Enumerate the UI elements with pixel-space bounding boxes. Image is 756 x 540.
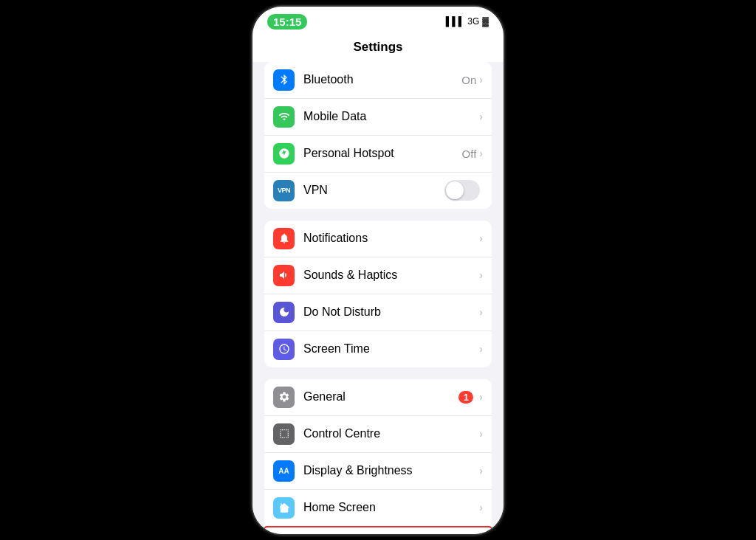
mobile-data-label: Mobile Data [303,110,479,123]
control-centre-row[interactable]: Control Centre › [264,416,492,453]
mobile-data-right: › [479,111,483,122]
vpn-row[interactable]: VPN VPN [264,173,492,209]
control-centre-chevron: › [479,428,483,440]
dnd-chevron: › [479,306,483,318]
status-time: 15:15 [267,14,307,30]
personal-hotspot-right: Off › [462,148,483,160]
vpn-icon: VPN [273,180,295,201]
sounds-right: › [479,269,483,281]
display-brightness-icon: AA [273,460,295,482]
battery-icon: ▓ [482,16,489,27]
display-brightness-row[interactable]: AA Display & Brightness › [264,453,492,490]
notifications-right: › [479,232,483,244]
bluetooth-row[interactable]: Bluetooth On › [264,62,492,99]
phone-frame: 15:15 ▌▌▌ 3G ▓ Settings Bluetooth On › [252,7,504,534]
dnd-label: Do Not Disturb [303,305,479,319]
dnd-right: › [479,306,483,318]
general-chevron: › [479,391,483,403]
home-screen-label: Home Screen [303,501,479,514]
vpn-toggle[interactable] [444,180,480,201]
accessibility-row[interactable]: Accessibility › [264,527,492,534]
alerts-group: Notifications › Sounds & Haptics › [264,221,492,367]
control-centre-icon [273,423,295,445]
connectivity-group: Bluetooth On › Mobile Data › [264,62,492,209]
mobile-data-row[interactable]: Mobile Data › [264,99,492,136]
display-brightness-label: Display & Brightness [303,464,479,477]
network-type: 3G [467,16,479,27]
general-right: 1 › [458,391,483,404]
status-bar: 15:15 ▌▌▌ 3G ▓ [252,7,504,34]
home-screen-icon [273,497,295,519]
vpn-right [444,180,483,201]
home-screen-chevron: › [479,502,483,513]
sounds-chevron: › [479,269,483,281]
vpn-label: VPN [303,184,444,197]
screen-time-icon [273,339,295,360]
personal-hotspot-row[interactable]: Personal Hotspot Off › [264,136,492,173]
control-centre-right: › [479,428,483,440]
sounds-label: Sounds & Haptics [303,269,479,282]
notifications-row[interactable]: Notifications › [264,221,492,257]
mobile-data-chevron: › [479,111,483,122]
bluetooth-right: On › [461,74,483,86]
signal-icon: ▌▌▌ [446,16,465,27]
display-brightness-right: › [479,465,483,477]
display-brightness-chevron: › [479,465,483,477]
notifications-chevron: › [479,232,483,244]
status-icons: ▌▌▌ 3G ▓ [446,16,489,27]
settings-list: Bluetooth On › Mobile Data › [252,62,504,534]
home-screen-row[interactable]: Home Screen › [264,490,492,527]
notifications-label: Notifications [303,232,479,245]
bluetooth-label: Bluetooth [303,73,461,86]
personal-hotspot-label: Personal Hotspot [303,147,462,160]
control-centre-label: Control Centre [303,427,479,440]
bluetooth-chevron: › [479,74,483,86]
sounds-icon [273,265,295,286]
screen-time-label: Screen Time [303,342,479,356]
screen-time-chevron: › [479,343,483,355]
screen-time-right: › [479,343,483,355]
personal-hotspot-status: Off [462,148,477,160]
dnd-row[interactable]: Do Not Disturb › [264,294,492,331]
dnd-icon [273,302,295,323]
personal-hotspot-icon [273,143,295,165]
page-title: Settings [252,34,504,62]
personal-hotspot-chevron: › [479,148,483,159]
mobile-data-icon [273,106,295,128]
screen-time-row[interactable]: Screen Time › [264,331,492,367]
general-row[interactable]: General 1 › [264,379,492,416]
general-badge: 1 [458,391,473,404]
sounds-row[interactable]: Sounds & Haptics › [264,257,492,294]
bluetooth-icon [273,69,295,91]
general-label: General [303,390,458,404]
general-icon [273,387,295,408]
home-screen-right: › [479,502,483,513]
display-group: General 1 › Control Centre › [264,379,492,534]
notifications-icon [273,228,295,249]
bluetooth-status: On [461,74,476,86]
